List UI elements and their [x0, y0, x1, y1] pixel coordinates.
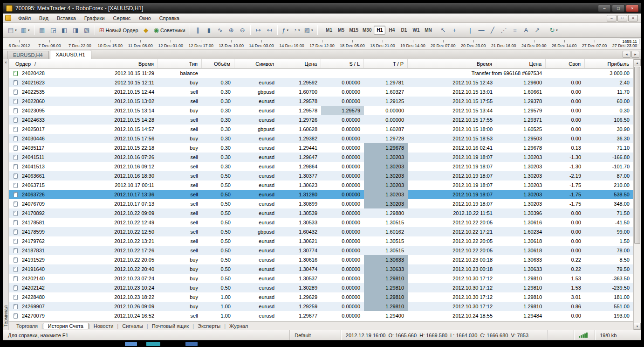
- taskbar-item[interactable]: [146, 342, 160, 346]
- history-row[interactable]: 240216232012.10.15 12:11buy0.30eurusd1.2…: [9, 78, 633, 87]
- history-row[interactable]: 241797622012.10.22 13:21sell0.50eurusd1.…: [9, 236, 633, 246]
- terminal-close-icon[interactable]: ×: [5, 61, 7, 65]
- menu-item-5[interactable]: Сервис: [109, 14, 135, 22]
- navigator-button[interactable]: ◧: [59, 25, 70, 35]
- close-button[interactable]: ×: [626, 5, 639, 12]
- history-row[interactable]: 240415132012.10.16 09:12sell0.30eurusd1.…: [9, 162, 633, 171]
- column-header[interactable]: T / P: [364, 59, 408, 68]
- terminal-tab-1[interactable]: Торговля: [13, 323, 41, 329]
- column-header[interactable]: Символ: [234, 59, 278, 68]
- menu-item-6[interactable]: Окно: [135, 14, 155, 22]
- terminal-tab-7[interactable]: Журнал: [226, 323, 252, 329]
- new-order-button[interactable]: ⊞Новый Ордер: [97, 25, 140, 35]
- cursor-button[interactable]: ↖: [438, 25, 448, 35]
- text-button[interactable]: A: [521, 25, 531, 35]
- column-header-order[interactable]: Ордер/: [9, 59, 72, 68]
- crosshair-button[interactable]: +: [449, 25, 459, 35]
- column-header[interactable]: S / L: [321, 59, 364, 68]
- timeframe-MN[interactable]: MN: [422, 26, 434, 35]
- column-header[interactable]: Объём: [202, 59, 234, 68]
- strategy-tester-button[interactable]: ▧: [82, 25, 92, 35]
- tab-scroll-left-button[interactable]: ◄: [623, 51, 630, 58]
- history-row[interactable]: 241708922012.10.22 09:09sell0.50eurusd1.…: [9, 208, 633, 218]
- column-header[interactable]: Цена: [278, 59, 321, 68]
- timeframe-D1[interactable]: D1: [398, 26, 410, 35]
- new-chart-button[interactable]: ▤▾: [6, 25, 19, 35]
- profiles-button[interactable]: ▥▾: [19, 25, 32, 35]
- terminal-tab-5[interactable]: Почтовый ящик: [148, 323, 192, 329]
- menu-item-2[interactable]: Вид: [35, 14, 53, 22]
- history-row[interactable]: 241915292012.10.22 20:05buy0.50eurusd1.3…: [9, 255, 633, 264]
- menu-item-7[interactable]: Справка: [155, 14, 184, 22]
- trendline-button[interactable]: ╱: [487, 25, 498, 35]
- timeframe-H1[interactable]: H1: [374, 26, 385, 35]
- restore-button[interactable]: □: [612, 5, 625, 12]
- vertical-line-button[interactable]: |: [465, 25, 475, 35]
- expert-advisors-button[interactable]: ◉Советники: [152, 25, 187, 35]
- terminal-panel-button[interactable]: ◨: [70, 25, 81, 35]
- column-header[interactable]: Тип: [158, 59, 202, 68]
- history-row[interactable]: 242700792012.10.24 16:52sell1.00eurusd1.…: [9, 311, 633, 320]
- column-header[interactable]: Время: [72, 59, 158, 68]
- line-chart-button[interactable]: ∿: [215, 25, 226, 35]
- horizontal-line-button[interactable]: ―: [476, 25, 486, 35]
- terminal-tab-2[interactable]: История Счета: [43, 323, 89, 329]
- timeframe-W1[interactable]: W1: [410, 26, 422, 35]
- market-watch-button[interactable]: ▦: [37, 25, 48, 35]
- scroll-thumb[interactable]: [634, 67, 640, 244]
- history-row[interactable]: 240228602012.10.15 13:02sell0.30eurusd1.…: [9, 97, 633, 106]
- terminal-tab-4[interactable]: Сигналы: [118, 323, 147, 329]
- column-header[interactable]: Прибыль: [585, 59, 633, 68]
- history-row[interactable]: 240230952012.10.15 13:14buy0.30eurusd1.2…: [9, 106, 633, 115]
- chart-close-button[interactable]: ×: [628, 15, 638, 21]
- refresh-button[interactable]: ↻▾: [548, 25, 559, 35]
- chart-minimize-button[interactable]: –: [607, 15, 617, 21]
- timeframe-M30[interactable]: M30: [361, 26, 373, 35]
- templates-button[interactable]: ▨▾: [302, 25, 315, 35]
- history-row[interactable]: 241785992012.10.22 12:50sell0.50gbpusd1.…: [9, 227, 633, 236]
- chart-tab-xauusd-h1[interactable]: XAUUSD,H1: [50, 50, 91, 59]
- chart-shift-button[interactable]: ↤: [264, 25, 275, 35]
- metaeditor-button[interactable]: ◆: [141, 25, 151, 35]
- history-row[interactable]: 241916402012.10.22 20:40buy0.50eurusd1.3…: [9, 264, 633, 274]
- history-row[interactable]: 240304462012.10.15 17:56buy0.30eurusd1.2…: [9, 134, 633, 143]
- taskbar-item[interactable]: [125, 342, 137, 346]
- terminal-tab-3[interactable]: Новости: [90, 323, 117, 329]
- minimize-button[interactable]: –: [598, 5, 611, 12]
- history-row[interactable]: 242021422012.10.23 10:24buy0.50eurusd1.3…: [9, 283, 633, 292]
- history-row[interactable]: 240767092012.10.17 07:13sell0.50eurusd1.…: [9, 199, 633, 208]
- column-header[interactable]: Время: [408, 59, 496, 68]
- terminal-tab-6[interactable]: Эксперты: [194, 323, 224, 329]
- history-row[interactable]: 240225352012.10.15 12:44sell0.30gbpusd1.…: [9, 87, 633, 97]
- arrows-button[interactable]: ↗: [532, 25, 542, 35]
- column-header[interactable]: Цена: [496, 59, 546, 68]
- column-header[interactable]: Своп: [546, 59, 585, 68]
- candlestick-chart-button[interactable]: ▮: [204, 25, 214, 35]
- menu-item-1[interactable]: Файл: [14, 14, 35, 22]
- equidistant-channel-button[interactable]: ⋰: [498, 25, 509, 35]
- history-row[interactable]: 241878312012.10.22 17:26sell0.50eurusd1.…: [9, 246, 633, 255]
- taskbar-item[interactable]: [185, 342, 198, 346]
- timeframe-M5[interactable]: M5: [336, 26, 347, 35]
- history-row[interactable]: 242021402012.10.23 07:24buy0.50eurusd1.3…: [9, 274, 633, 283]
- history-row[interactable]: 242699072012.10.26 09:09buy1.00eurusd1.2…: [9, 302, 633, 311]
- timeframe-M1[interactable]: M1: [323, 26, 335, 35]
- balance-row[interactable]: 240204282012.10.15 11:29balanceTransfer …: [9, 69, 633, 78]
- history-row[interactable]: 240415112012.10.16 07:26sell0.30eurusd1.…: [9, 153, 633, 162]
- history-row[interactable]: 240637262012.10.17 13:36sell0.50eurusd1.…: [9, 190, 633, 199]
- history-row[interactable]: 240250172012.10.15 14:57sell0.30gbpusd1.…: [9, 125, 633, 134]
- zoom-out-button[interactable]: ⊖: [237, 25, 248, 35]
- history-row[interactable]: 240637152012.10.17 00:11sell0.50eurusd1.…: [9, 180, 633, 190]
- fibonacci-button[interactable]: ≡: [509, 25, 520, 35]
- menu-item-4[interactable]: Графики: [80, 14, 109, 22]
- history-row[interactable]: 240246332012.10.15 14:28sell0.30eurusd1.…: [9, 115, 633, 125]
- zoom-in-button[interactable]: ⊕: [226, 25, 237, 35]
- timeframe-M15[interactable]: M15: [348, 26, 360, 35]
- chart-tab-eurusd-h4[interactable]: EURUSD,H4: [7, 51, 49, 59]
- indicators-button[interactable]: ƒ▾: [280, 25, 291, 35]
- history-row[interactable]: 241785812012.10.22 12:49sell0.50eurusd1.…: [9, 218, 633, 227]
- timeframe-H4[interactable]: H4: [386, 26, 397, 35]
- history-row[interactable]: 242284802012.10.23 18:22buy1.00eurusd1.2…: [9, 292, 633, 302]
- periods-button[interactable]: ◔▾: [291, 25, 302, 35]
- history-row[interactable]: 240351172012.10.15 22:18buy0.30eurusd1.2…: [9, 143, 633, 153]
